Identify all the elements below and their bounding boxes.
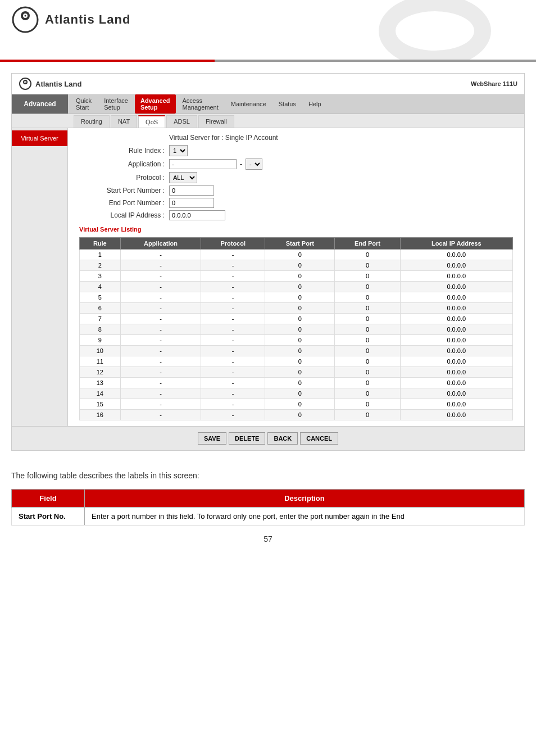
cell-start_port: 0 (265, 314, 335, 324)
table-row[interactable]: 15--000.0.0.0 (80, 399, 513, 410)
nav-item-status[interactable]: Status (273, 98, 302, 110)
table-row[interactable]: 16--000.0.0.0 (80, 410, 513, 420)
cell-application: - (120, 324, 201, 335)
table-row[interactable]: 11--000.0.0.0 (80, 356, 513, 367)
nav-item-advanced-setup[interactable]: AdvancedSetup (135, 94, 176, 114)
cell-local_ip: 0.0.0.0 (400, 271, 513, 282)
nav-item-interface-setup[interactable]: InterfaceSetup (98, 94, 134, 114)
cell-end_port: 0 (335, 410, 400, 420)
table-row[interactable]: 14--000.0.0.0 (80, 388, 513, 399)
table-row[interactable]: 9--000.0.0.0 (80, 335, 513, 346)
table-row[interactable]: 13--000.0.0.0 (80, 378, 513, 388)
cell-rule: 11 (80, 356, 121, 367)
table-row[interactable]: 2--000.0.0.0 (80, 260, 513, 271)
save-button[interactable]: SAVE (198, 432, 226, 445)
cell-application: - (120, 314, 201, 324)
top-bar-logo-icon (19, 77, 32, 90)
application-select[interactable]: - (246, 159, 262, 170)
start-port-input[interactable] (169, 185, 214, 196)
sub-nav-firewall[interactable]: Firewall (198, 115, 234, 128)
cell-application: - (120, 292, 201, 303)
cell-rule: 2 (80, 260, 121, 271)
cell-local_ip: 0.0.0.0 (400, 335, 513, 346)
table-row[interactable]: 3--000.0.0.0 (80, 271, 513, 282)
cell-start_port: 0 (265, 346, 335, 356)
cell-start_port: 0 (265, 410, 335, 420)
table-row[interactable]: 1--000.0.0.0 (80, 250, 513, 260)
local-ip-input[interactable] (169, 210, 225, 220)
sub-nav-adsl[interactable]: ADSL (166, 115, 197, 128)
cell-application: - (120, 282, 201, 292)
cell-protocol: - (201, 260, 265, 271)
sidebar-virtual-server[interactable]: Virtual Server (12, 130, 67, 146)
cell-local_ip: 0.0.0.0 (400, 410, 513, 420)
cell-rule: 5 (80, 292, 121, 303)
nav-item-quick-start[interactable]: QuickStart (70, 94, 97, 114)
form-row-local-ip: Local IP Address : (79, 210, 513, 220)
application-input[interactable] (169, 159, 237, 169)
table-row[interactable]: 10--000.0.0.0 (80, 346, 513, 356)
sub-nav-routing[interactable]: Routing (74, 115, 110, 128)
col-start-port: Start Port (265, 238, 335, 250)
sub-nav-qos[interactable]: QoS (138, 115, 165, 128)
cell-protocol: - (201, 324, 265, 335)
cell-start_port: 0 (265, 250, 335, 260)
end-port-input[interactable] (169, 198, 214, 208)
bottom-description: Enter a port number in this field. To fo… (85, 508, 525, 526)
nav-item-help[interactable]: Help (303, 98, 327, 110)
cell-start_port: 0 (265, 388, 335, 399)
cell-local_ip: 0.0.0.0 (400, 388, 513, 399)
cell-application: - (120, 367, 201, 378)
delete-button[interactable]: DELETE (229, 432, 265, 445)
cell-rule: 9 (80, 335, 121, 346)
cell-end_port: 0 (335, 260, 400, 271)
back-button[interactable]: BACK (267, 432, 298, 445)
cell-application: - (120, 346, 201, 356)
cell-application: - (120, 410, 201, 420)
cell-application: - (120, 271, 201, 282)
cell-protocol: - (201, 282, 265, 292)
cell-application: - (120, 250, 201, 260)
cell-end_port: 0 (335, 378, 400, 388)
cell-protocol: - (201, 250, 265, 260)
form-row-application: Application : - - (79, 159, 513, 170)
cell-end_port: 0 (335, 314, 400, 324)
table-row[interactable]: 8--000.0.0.0 (80, 324, 513, 335)
cell-start_port: 0 (265, 367, 335, 378)
table-row[interactable]: 5--000.0.0.0 (80, 292, 513, 303)
nav-item-maintenance[interactable]: Maintenance (225, 98, 272, 110)
nav-item-access-management[interactable]: AccessManagement (177, 94, 224, 114)
bottom-table-row: Start Port No.Enter a port number in thi… (12, 508, 525, 526)
cell-end_port: 0 (335, 356, 400, 367)
rule-index-select[interactable]: 123 (169, 145, 188, 156)
protocol-select[interactable]: ALL TCP UDP (169, 172, 197, 183)
cell-application: - (120, 399, 201, 410)
cell-end_port: 0 (335, 282, 400, 292)
cell-local_ip: 0.0.0.0 (400, 356, 513, 367)
cell-application: - (120, 388, 201, 399)
cell-local_ip: 0.0.0.0 (400, 324, 513, 335)
table-row[interactable]: 4--000.0.0.0 (80, 282, 513, 292)
cancel-button[interactable]: CANCEL (300, 432, 338, 445)
cell-protocol: - (201, 388, 265, 399)
sub-nav-nat[interactable]: NAT (111, 115, 137, 128)
application-label: Application : (79, 160, 169, 168)
table-row[interactable]: 6--000.0.0.0 (80, 303, 513, 314)
top-bar-brand: Atlantis Land (35, 80, 81, 88)
cell-local_ip: 0.0.0.0 (400, 367, 513, 378)
cell-local_ip: 0.0.0.0 (400, 292, 513, 303)
table-row[interactable]: 7--000.0.0.0 (80, 314, 513, 324)
cell-rule: 14 (80, 388, 121, 399)
cell-end_port: 0 (335, 250, 400, 260)
nav-bar: Advanced QuickStart InterfaceSetup Advan… (12, 94, 524, 114)
cell-protocol: - (201, 271, 265, 282)
cell-rule: 16 (80, 410, 121, 420)
cell-rule: 10 (80, 346, 121, 356)
svg-point-3 (25, 15, 26, 17)
cell-start_port: 0 (265, 271, 335, 282)
table-row[interactable]: 12--000.0.0.0 (80, 367, 513, 378)
col-end-port: End Port (335, 238, 400, 250)
cell-rule: 13 (80, 378, 121, 388)
cell-local_ip: 0.0.0.0 (400, 250, 513, 260)
logo-text: Atlantis Land (45, 12, 130, 27)
